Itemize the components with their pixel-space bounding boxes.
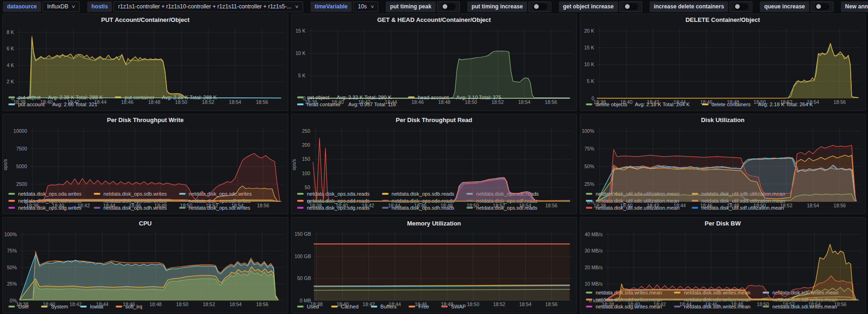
svg-text:5 K: 5 K	[298, 73, 306, 78]
svg-text:18:52: 18:52	[203, 301, 215, 307]
svg-text:18:40: 18:40	[52, 203, 64, 208]
svg-text:18:48: 18:48	[438, 99, 450, 105]
svg-text:18:48: 18:48	[149, 301, 161, 307]
svg-text:18:46: 18:46	[414, 203, 426, 208]
svg-text:18:46: 18:46	[123, 301, 135, 307]
svg-text:18:42: 18:42	[362, 203, 374, 208]
svg-text:18:50: 18:50	[176, 301, 188, 307]
chart-plot-area[interactable]: 02 K4 K6 K8 K18:3818:4018:4218:4418:4618…	[3, 25, 288, 93]
toggle-switch[interactable]	[619, 1, 642, 12]
svg-text:18:38: 18:38	[310, 301, 322, 307]
chart-plot-area[interactable]: 05 K10 K15 K18:3818:4018:4218:4418:4618:…	[292, 25, 576, 93]
svg-text:0 kB/s: 0 kB/s	[589, 298, 603, 303]
svg-text:7500: 7500	[16, 146, 28, 151]
panel-title[interactable]: Per Disk Throughput Read	[292, 114, 576, 125]
toggle-label: queue increase	[760, 1, 809, 12]
panel-memory-utilization: Memory Utilization 0 MB50 GB100 GB150 GB…	[291, 217, 577, 313]
chart-plot-area[interactable]: 05 K10 K15 K20 K18:3818:4018:4218:4418:4…	[580, 25, 865, 100]
panel-title[interactable]: Memory Utilization	[292, 218, 576, 228]
svg-text:18:46: 18:46	[121, 99, 133, 105]
timevariable-select[interactable]: 10s ∨	[353, 1, 378, 12]
toggle-knob	[534, 4, 539, 9]
time-series-chart[interactable]: 0 MB50 GB100 GB150 GB18:3818:4018:4218:4…	[292, 228, 576, 308]
panel-delete-container-object: DELETE Container/Object 05 K10 K15 K20 K…	[580, 14, 866, 111]
chart-plot-area[interactable]: 0%25%50%75%100%18:3818:4018:4218:4418:46…	[580, 125, 865, 190]
chart-plot-area[interactable]: 0 kB/s10 MB/s20 MB/s30 MB/s40 MB/s18:381…	[580, 228, 865, 288]
svg-text:18:40: 18:40	[628, 301, 640, 307]
svg-text:18:48: 18:48	[727, 99, 739, 105]
dashboard-panels: PUT Account/Container/Object 02 K4 K6 K8…	[0, 13, 868, 314]
time-series-chart[interactable]: 0 kB/s10 MB/s20 MB/s30 MB/s40 MB/s18:381…	[580, 228, 865, 308]
panel-title[interactable]: GET & HEAD Account/Container/Object	[292, 14, 576, 25]
toggle-knob	[735, 4, 740, 9]
hostls-select[interactable]: r1z1s1-controller + r1z1s10-controller +…	[113, 1, 303, 12]
svg-text:18:44: 18:44	[674, 99, 686, 105]
svg-text:5 K: 5 K	[587, 78, 594, 84]
time-series-chart[interactable]: 05010015020025018:3818:4018:4218:4418:46…	[292, 125, 576, 209]
svg-text:18:44: 18:44	[674, 203, 686, 208]
chart-plot-area[interactable]: 05010015020025018:3818:4018:4218:4418:46…	[292, 125, 576, 190]
svg-text:0 MB: 0 MB	[299, 298, 311, 303]
svg-text:18:38: 18:38	[309, 203, 321, 208]
panel-title[interactable]: Disk Utilization	[580, 114, 865, 125]
svg-text:18:44: 18:44	[94, 99, 106, 105]
svg-text:30 MB/s: 30 MB/s	[584, 248, 603, 253]
svg-text:20 K: 20 K	[584, 28, 594, 34]
svg-text:18:52: 18:52	[493, 203, 505, 208]
svg-text:18:44: 18:44	[385, 99, 397, 105]
svg-text:25%: 25%	[7, 281, 17, 287]
svg-text:4 K: 4 K	[7, 62, 14, 68]
svg-text:18:38: 18:38	[594, 99, 606, 105]
panel-title[interactable]: Per Disk BW	[580, 218, 865, 228]
variable-hostls: hostls r1z1s1-controller + r1z1s10-contr…	[87, 1, 303, 12]
toggle-switch[interactable]	[811, 1, 833, 12]
svg-text:18:56: 18:56	[256, 301, 268, 307]
svg-text:18:38: 18:38	[602, 301, 614, 307]
panel-title[interactable]: Per Disk Throughput Write	[3, 114, 288, 125]
chart-plot-area[interactable]: 0%25%50%75%100%18:3818:4018:4218:4418:46…	[3, 228, 288, 302]
panel-get-head-account-container-object: GET & HEAD Account/Container/Object 05 K…	[291, 14, 577, 111]
svg-text:18:56: 18:56	[257, 203, 269, 208]
svg-text:18:48: 18:48	[154, 203, 167, 208]
chart-plot-area[interactable]: 0 MB50 GB100 GB150 GB18:3818:4018:4218:4…	[292, 228, 576, 302]
svg-text:18:44: 18:44	[103, 203, 115, 208]
svg-text:18:54: 18:54	[231, 203, 243, 208]
panel-title[interactable]: PUT Account/Container/Object	[3, 14, 288, 25]
variable-label-datasource: datasource	[3, 1, 41, 12]
svg-text:18:50: 18:50	[754, 203, 766, 208]
toggle-switch[interactable]	[437, 1, 460, 12]
svg-text:18:56: 18:56	[256, 99, 268, 105]
datasource-select[interactable]: InfluxDB ∨	[42, 1, 80, 12]
time-series-chart[interactable]: 02 K4 K6 K8 K18:3818:4018:4218:4418:4618…	[3, 25, 288, 106]
toggle-label: New annotation	[841, 1, 868, 12]
svg-text:18:56: 18:56	[545, 301, 557, 307]
svg-text:18:54: 18:54	[807, 99, 819, 105]
toggle-put-timing-increase: put timing increase	[467, 1, 551, 12]
chart-plot-area[interactable]: 02500500075001000018:3818:4018:4218:4418…	[3, 125, 288, 190]
panel-title[interactable]: CPU	[3, 218, 288, 228]
panel-title[interactable]: DELETE Container/Object	[580, 14, 865, 25]
svg-text:200: 200	[302, 142, 310, 148]
toggle-switch[interactable]	[729, 1, 752, 12]
time-series-chart[interactable]: 05 K10 K15 K20 K18:3818:4018:4218:4418:4…	[580, 25, 865, 106]
time-series-chart[interactable]: 0%25%50%75%100%18:3818:4018:4218:4418:46…	[580, 125, 865, 209]
svg-text:18:48: 18:48	[440, 203, 452, 208]
svg-text:18:42: 18:42	[647, 99, 659, 105]
svg-text:50: 50	[305, 184, 310, 190]
svg-text:18:38: 18:38	[305, 99, 317, 105]
svg-text:18:42: 18:42	[647, 203, 659, 208]
svg-text:18:38: 18:38	[14, 99, 26, 105]
svg-text:10 K: 10 K	[295, 50, 306, 56]
svg-text:20 MB/s: 20 MB/s	[584, 265, 603, 270]
toggle-label: get object increase	[559, 1, 618, 12]
datasource-value: InfluxDB	[47, 3, 68, 10]
svg-text:18:46: 18:46	[129, 203, 141, 208]
toggle-switch[interactable]	[528, 1, 551, 12]
svg-text:18:52: 18:52	[780, 99, 792, 105]
time-series-chart[interactable]: 05 K10 K15 K18:3818:4018:4218:4418:4618:…	[292, 25, 576, 106]
svg-text:18:42: 18:42	[653, 301, 666, 307]
svg-text:18:44: 18:44	[96, 301, 108, 307]
time-series-chart[interactable]: 02500500075001000018:3818:4018:4218:4418…	[3, 125, 288, 209]
time-series-chart[interactable]: 0%25%50%75%100%18:3818:4018:4218:4418:46…	[3, 228, 288, 308]
hostls-value: r1z1s1-controller + r1z1s10-controller +…	[118, 3, 292, 10]
